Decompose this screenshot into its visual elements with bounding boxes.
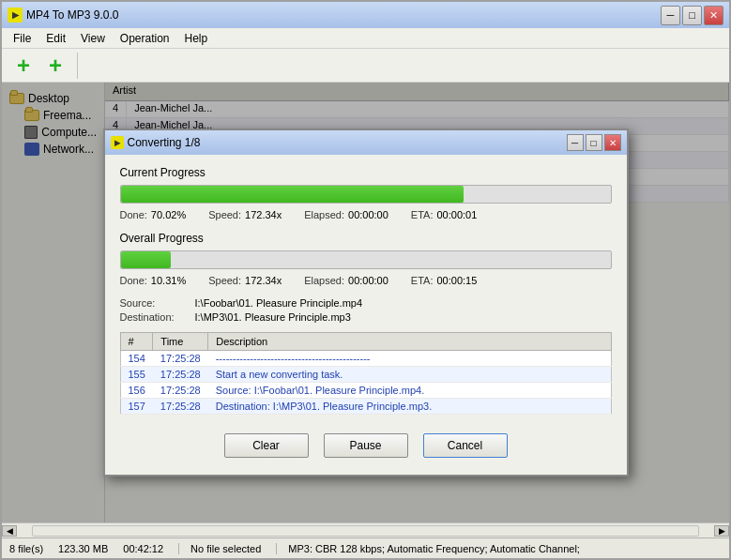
modal-title: Converting 1/8 <box>128 136 563 149</box>
log-time: 17:25:28 <box>153 367 208 383</box>
status-size: 123.30 MB <box>58 543 108 554</box>
current-progress-bar-fill <box>121 186 464 203</box>
log-num: 155 <box>120 367 153 383</box>
toolbar-divider <box>77 53 78 79</box>
overall-done-label: Done: <box>120 275 147 286</box>
current-elapsed-label: Elapsed: <box>304 209 344 220</box>
toolbar: + + <box>2 49 729 83</box>
modal-minimize-button[interactable]: ─ <box>567 134 584 151</box>
overall-elapsed-stat: Elapsed: 00:00:00 <box>304 275 388 286</box>
status-time: 00:42:12 <box>123 543 163 554</box>
current-speed-label: Speed: <box>208 209 241 220</box>
main-window-title: MP4 To MP3 9.0.0 <box>26 8 657 22</box>
log-num: 157 <box>120 399 153 415</box>
overall-progress-bar-container <box>120 250 612 269</box>
main-close-button[interactable]: ✕ <box>704 6 723 25</box>
menu-edit[interactable]: Edit <box>38 30 73 47</box>
main-title-bar: ▶ MP4 To MP3 9.0.0 ─ □ ✕ <box>2 2 729 28</box>
source-value: I:\Foobar\01. Pleasure Principle.mp4 <box>195 297 363 309</box>
log-desc: Destination: I:\MP3\01. Pleasure Princip… <box>208 399 611 415</box>
current-done-value: 70.02% <box>151 209 186 220</box>
overall-progress-stats: Done: 10.31% Speed: 172.34x Elapsed: 00:… <box>120 275 612 286</box>
overall-elapsed-value: 00:00:00 <box>348 275 388 286</box>
status-no-file: No file selected <box>178 543 261 554</box>
horizontal-scrollbar[interactable]: ◀ ▶ <box>2 522 729 537</box>
overall-eta-label: ETA: <box>411 275 434 286</box>
status-bar: 8 file(s) 123.30 MB 00:42:12 No file sel… <box>2 537 729 558</box>
clear-button[interactable]: Clear <box>224 433 309 458</box>
current-progress-label: Current Progress <box>120 166 612 179</box>
app-icon: ▶ <box>8 8 23 23</box>
current-eta-value: 00:00:01 <box>436 209 477 220</box>
log-desc: Source: I:\Foobar\01. Pleasure Principle… <box>208 383 611 399</box>
current-eta-label: ETA: <box>411 209 434 220</box>
modal-body: Current Progress Done: 70.02% Speed: 172… <box>105 155 627 475</box>
cancel-button[interactable]: Cancel <box>423 433 508 458</box>
overall-eta-value: 00:00:15 <box>436 275 477 286</box>
current-done-stat: Done: 70.02% <box>120 209 187 220</box>
log-desc: ----------------------------------------… <box>208 351 611 367</box>
log-time: 17:25:28 <box>153 351 208 367</box>
log-col-time: Time <box>153 333 208 351</box>
overall-progress-label: Overall Progress <box>120 232 612 245</box>
log-row: 157 17:25:28 Destination: I:\MP3\01. Ple… <box>120 399 611 415</box>
source-row: Source: I:\Foobar\01. Pleasure Principle… <box>120 297 612 309</box>
content-area: Desktop Freema... Compute... Network... <box>2 83 729 522</box>
menu-bar: File Edit View Operation Help <box>2 28 729 49</box>
source-dest-section: Source: I:\Foobar\01. Pleasure Principle… <box>120 297 612 323</box>
log-col-desc: Description <box>208 333 611 351</box>
modal-window-controls: ─ □ ✕ <box>567 134 621 151</box>
log-row: 155 17:25:28 Start a new converting task… <box>120 367 611 383</box>
modal-close-button[interactable]: ✕ <box>604 134 621 151</box>
main-window: ▶ MP4 To MP3 9.0.0 ─ □ ✕ File Edit View … <box>0 0 731 560</box>
modal-app-icon: ▶ <box>111 136 124 149</box>
log-row: 156 17:25:28 Source: I:\Foobar\01. Pleas… <box>120 383 611 399</box>
status-file-count: 8 file(s) <box>9 543 43 554</box>
log-col-num: # <box>120 333 153 351</box>
log-row: 154 17:25:28 ---------------------------… <box>120 351 611 367</box>
current-progress-stats: Done: 70.02% Speed: 172.34x Elapsed: 00:… <box>120 209 612 220</box>
modal-title-bar: ▶ Converting 1/8 ─ □ ✕ <box>105 130 627 155</box>
log-time: 17:25:28 <box>153 399 208 415</box>
pause-button[interactable]: Pause <box>324 433 408 458</box>
dest-value: I:\MP3\01. Pleasure Principle.mp3 <box>195 311 351 323</box>
current-eta-stat: ETA: 00:00:01 <box>411 209 477 220</box>
overall-done-value: 10.31% <box>151 275 186 286</box>
overall-speed-stat: Speed: 172.34x <box>208 275 282 286</box>
scroll-left-button[interactable]: ◀ <box>2 525 17 537</box>
menu-view[interactable]: View <box>73 30 113 47</box>
overall-speed-value: 172.34x <box>245 275 282 286</box>
log-table: # Time Description 154 17:25:28 --------… <box>120 332 612 415</box>
add-button-2[interactable]: + <box>41 52 69 80</box>
log-num: 154 <box>120 351 153 367</box>
current-speed-value: 172.34x <box>245 209 282 220</box>
current-elapsed-value: 00:00:00 <box>348 209 388 220</box>
current-progress-bar-container <box>120 185 612 204</box>
modal-maximize-button[interactable]: □ <box>586 134 602 151</box>
main-minimize-button[interactable]: ─ <box>661 6 680 25</box>
log-time: 17:25:28 <box>153 383 208 399</box>
source-label: Source: <box>120 297 195 309</box>
current-done-label: Done: <box>120 209 147 220</box>
current-elapsed-stat: Elapsed: 00:00:00 <box>304 209 388 220</box>
menu-help[interactable]: Help <box>177 30 216 47</box>
log-desc: Start a new converting task. <box>208 367 611 383</box>
modal-overlay: ▶ Converting 1/8 ─ □ ✕ Current Progress <box>2 83 729 522</box>
current-speed-stat: Speed: 172.34x <box>208 209 282 220</box>
modal-buttons: Clear Pause Cancel <box>120 426 612 463</box>
converting-dialog: ▶ Converting 1/8 ─ □ ✕ Current Progress <box>103 129 629 477</box>
scroll-track[interactable] <box>32 525 699 537</box>
scroll-right-button[interactable]: ▶ <box>714 525 729 537</box>
status-format: MP3: CBR 128 kbps; Automatic Frequency; … <box>276 543 580 554</box>
overall-speed-label: Speed: <box>208 275 241 286</box>
menu-file[interactable]: File <box>6 30 38 47</box>
overall-eta-stat: ETA: 00:00:15 <box>411 275 477 286</box>
dest-row: Destination: I:\MP3\01. Pleasure Princip… <box>120 311 612 323</box>
main-window-controls: ─ □ ✕ <box>661 6 723 25</box>
log-num: 156 <box>120 383 153 399</box>
overall-elapsed-label: Elapsed: <box>304 275 344 286</box>
add-button-1[interactable]: + <box>9 52 38 80</box>
overall-progress-bar-fill <box>121 251 172 268</box>
menu-operation[interactable]: Operation <box>113 30 177 47</box>
main-maximize-button[interactable]: □ <box>682 6 702 25</box>
